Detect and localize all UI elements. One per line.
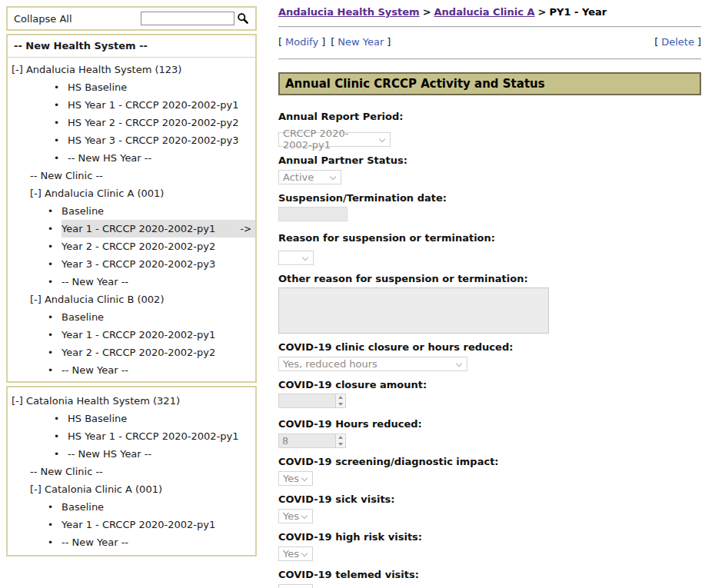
covid-hours-reduced-input[interactable]: 8 bbox=[278, 434, 346, 448]
search-input[interactable] bbox=[141, 12, 234, 25]
tree-item-new-year[interactable]: •-- New Year -- bbox=[8, 361, 255, 379]
tree-item-clinic[interactable]: [-] Andalucia Clinic B (002) bbox=[8, 291, 255, 308]
bracket: ] bbox=[387, 36, 391, 48]
reason-suspension-select[interactable] bbox=[278, 251, 314, 265]
tree-item-new-hs-year[interactable]: •-- New HS Year -- bbox=[8, 445, 255, 463]
tree-item-clinic[interactable]: [-] Catalonia Clinic A (001) bbox=[8, 480, 255, 498]
tree-item[interactable]: •HS Baseline bbox=[8, 410, 255, 427]
number-value: 8 bbox=[279, 434, 335, 447]
tree-item-label: -- New HS Year -- bbox=[68, 448, 151, 460]
new-year-label: New Year bbox=[338, 36, 384, 48]
bracket: [ bbox=[278, 36, 282, 48]
chevron-down-icon bbox=[301, 475, 308, 481]
covid-closure-hours-select[interactable]: Yes, reduced hours bbox=[278, 357, 467, 371]
tree-item-label: Year 1 - CRCCP 2020-2002-py1 bbox=[62, 329, 215, 341]
tree-item[interactable]: •HS Year 1 - CRCCP 2020-2002-py1 bbox=[8, 96, 255, 114]
select-value: Yes, reduced hours bbox=[283, 358, 377, 370]
spinner-down-icon[interactable] bbox=[336, 401, 345, 408]
tree-item-label: -- New Clinic -- bbox=[30, 466, 103, 477]
bullet-icon: • bbox=[54, 82, 68, 93]
tree-item[interactable]: •Baseline bbox=[8, 202, 255, 220]
bullet-icon: • bbox=[48, 347, 62, 358]
tree-item[interactable]: •HS Baseline bbox=[8, 78, 255, 96]
tree-item[interactable]: •Baseline bbox=[8, 498, 255, 516]
tree-item[interactable]: •Year 2 - CRCCP 2020-2002-py2 bbox=[8, 344, 255, 361]
tree-item-label: [-] Andalucia Clinic B (002) bbox=[30, 294, 164, 305]
tree-item-new-year[interactable]: •-- New Year -- bbox=[8, 273, 255, 291]
covid-screening-impact-select[interactable]: Yes bbox=[278, 471, 313, 486]
breadcrumb-link-health-system[interactable]: Andalucia Health System bbox=[278, 6, 420, 18]
andalucia-tree-panel: -- New Health System -- [-] Andalucia He… bbox=[6, 34, 257, 383]
covid-telemed-visits-select[interactable]: No bbox=[278, 584, 313, 588]
field-label: COVID-19 screening/diagnostic impact: bbox=[278, 456, 701, 467]
tree-item[interactable]: •Year 1 - CRCCP 2020-2002-py1 bbox=[8, 326, 255, 344]
tree-item-health-system[interactable]: [-] Catalonia Health System (321) bbox=[8, 392, 255, 410]
tree-item-health-system[interactable]: [-] Andalucia Health System (123) bbox=[8, 61, 255, 78]
tree-item-label: Baseline bbox=[62, 501, 104, 513]
tree-item-selected[interactable]: •Year 1 - CRCCP 2020-2002-py1-> bbox=[8, 220, 255, 238]
tree-item-label: Baseline bbox=[62, 311, 104, 323]
tree-item-label: HS Baseline bbox=[68, 81, 127, 93]
spinner-down-icon[interactable] bbox=[336, 441, 345, 448]
bullet-icon: • bbox=[48, 206, 62, 217]
tree-item[interactable]: •HS Year 2 - CRCCP 2020-2002-py2 bbox=[8, 114, 255, 131]
delete-button[interactable]: [Delete] bbox=[654, 36, 701, 48]
tree-item-label: Year 2 - CRCCP 2020-2002-py2 bbox=[62, 347, 215, 358]
spinner[interactable] bbox=[335, 434, 345, 447]
tree-item-label: -- New HS Year -- bbox=[68, 152, 151, 164]
tree-item-new-clinic[interactable]: -- New Clinic -- bbox=[8, 167, 255, 184]
bracket: ] bbox=[321, 36, 325, 48]
other-reason-textarea[interactable] bbox=[278, 287, 549, 334]
new-health-system-header[interactable]: -- New Health System -- bbox=[8, 35, 255, 58]
bullet-icon: • bbox=[54, 414, 68, 424]
new-year-button[interactable]: [New Year] bbox=[331, 36, 391, 48]
field-other-reason: Other reason for suspension or terminati… bbox=[278, 273, 701, 334]
search-icon[interactable] bbox=[237, 12, 249, 25]
tree-item-label: [-] Andalucia Clinic A (001) bbox=[30, 188, 164, 199]
bracket: [ bbox=[331, 36, 334, 48]
covid-sick-visits-select[interactable]: Yes bbox=[278, 509, 313, 523]
tree-item-clinic[interactable]: [-] Andalucia Clinic A (001) bbox=[8, 184, 255, 202]
bullet-icon: • bbox=[54, 153, 68, 164]
bullet-icon: • bbox=[48, 537, 62, 548]
field-label: COVID-19 sick visits: bbox=[278, 493, 701, 505]
number-value bbox=[279, 394, 335, 407]
tree-item[interactable]: •Year 3 - CRCCP 2020-2002-py3 bbox=[8, 255, 255, 273]
breadcrumb-link-clinic[interactable]: Andalucia Clinic A bbox=[434, 6, 535, 18]
field-suspension-date: Suspension/Termination date: bbox=[278, 192, 701, 224]
divider bbox=[278, 58, 701, 60]
annual-partner-status-select[interactable]: Active bbox=[278, 170, 341, 184]
tree-item-label: [-] Catalonia Health System (321) bbox=[12, 395, 180, 407]
tree-item[interactable]: •HS Year 1 - CRCCP 2020-2002-py1 bbox=[8, 427, 255, 445]
action-bar-left: [Modify][New Year] bbox=[278, 36, 391, 48]
spinner-up-icon[interactable] bbox=[336, 394, 345, 401]
tree-item-label: Year 1 - CRCCP 2020-2002-py1 bbox=[62, 223, 215, 234]
chevron-down-icon bbox=[302, 254, 308, 261]
field-label: Reason for suspension or termination: bbox=[278, 232, 701, 244]
spinner[interactable] bbox=[335, 394, 345, 407]
tree-item-new-year[interactable]: •-- New Year -- bbox=[8, 533, 255, 551]
tree-item[interactable]: •HS Year 3 - CRCCP 2020-2002-py3 bbox=[8, 131, 255, 149]
modify-label: Modify bbox=[285, 36, 318, 48]
field-label: COVID-19 Hours reduced: bbox=[278, 418, 701, 430]
field-covid-sick-visits: COVID-19 sick visits: Yes bbox=[278, 493, 701, 523]
covid-closure-amount-input[interactable] bbox=[278, 394, 346, 408]
collapse-all-button[interactable]: Collapse All bbox=[14, 13, 72, 25]
tree-item[interactable]: •Year 2 - CRCCP 2020-2002-py2 bbox=[8, 238, 255, 255]
tree-item-new-clinic[interactable]: -- New Clinic -- bbox=[8, 463, 255, 480]
suspension-termination-date-input[interactable] bbox=[278, 207, 348, 221]
annual-report-period-select[interactable]: CRCCP 2020-2002-py1 bbox=[278, 132, 391, 147]
field-label: COVID-19 clinic closure or hours reduced… bbox=[278, 341, 701, 353]
tree-item-new-hs-year[interactable]: •-- New HS Year -- bbox=[8, 149, 255, 167]
tree-item[interactable]: •Baseline bbox=[8, 308, 255, 326]
tree-item[interactable]: •Year 1 - CRCCP 2020-2002-py1 bbox=[8, 516, 255, 533]
field-reason-suspension: Reason for suspension or termination: bbox=[278, 232, 701, 266]
modify-button[interactable]: [Modify] bbox=[278, 36, 325, 48]
breadcrumb-separator: > bbox=[420, 6, 434, 18]
covid-high-risk-visits-select[interactable]: Yes bbox=[278, 546, 313, 561]
selected-arrow: -> bbox=[241, 224, 251, 234]
spinner-up-icon[interactable] bbox=[336, 434, 345, 441]
bullet-icon: • bbox=[48, 312, 62, 323]
main-panel: Andalucia Health System>Andalucia Clinic… bbox=[278, 6, 709, 588]
bullet-icon: • bbox=[48, 277, 62, 287]
